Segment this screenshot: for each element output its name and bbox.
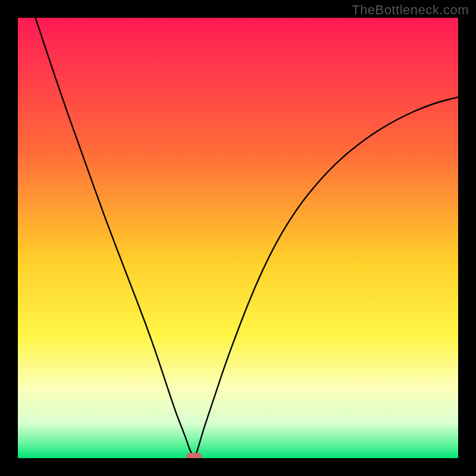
watermark-text: TheBottleneck.com <box>352 2 469 18</box>
bottleneck-chart <box>18 18 458 458</box>
chart-frame: TheBottleneck.com <box>0 0 476 476</box>
gradient-background <box>18 18 458 458</box>
optimum-marker <box>186 453 202 458</box>
plot-area <box>18 18 458 458</box>
